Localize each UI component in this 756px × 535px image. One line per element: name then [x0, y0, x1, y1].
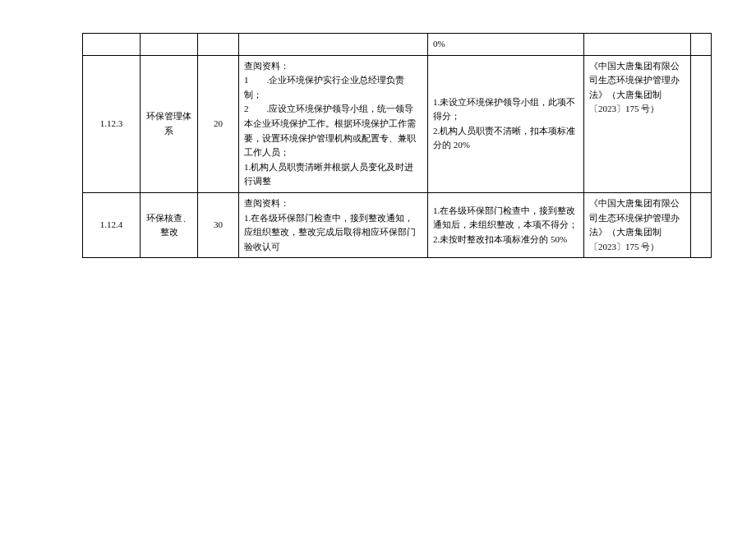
cell-ref [584, 34, 691, 56]
cell-name: 环保管理体系 [141, 55, 198, 192]
cell-criteria: 1.在各级环保部门检查中，接到整改通知后，未组织整改，本项不得分；2.未按时整改… [428, 192, 584, 257]
cell-last [691, 34, 712, 56]
cell-last [691, 55, 712, 192]
cell-score [198, 34, 239, 56]
cell-score: 20 [198, 55, 239, 192]
table-row: 1.12.3 环保管理体系 20 查阅资料：1 .企业环境保护实行企业总经理负责… [83, 55, 712, 192]
cell-id: 1.12.3 [83, 55, 141, 192]
assessment-table: 0% 1.12.3 环保管理体系 20 查阅资料：1 .企业环境保护实行企业总经… [82, 33, 712, 258]
cell-desc: 查阅资料：1 .企业环境保护实行企业总经理负责制；2 .应设立环境保护领导小组，… [239, 55, 428, 192]
cell-desc: 查阅资料：1.在各级环保部门检查中，接到整改通知，应组织整改，整改完成后取得相应… [239, 192, 428, 257]
cell-desc [239, 34, 428, 56]
cell-score: 30 [198, 192, 239, 257]
cell-ref: 《中国大唐集团有限公司生态环境保护管理办法》（大唐集团制〔2023〕175 号） [584, 55, 691, 192]
cell-id: 1.12.4 [83, 192, 141, 257]
table-row: 0% [83, 34, 712, 56]
cell-ref: 《中国大唐集团有限公司生态环境保护管理办法》（大唐集团制〔2023〕175 号） [584, 192, 691, 257]
table-row: 1.12.4 环保核查、整改 30 查阅资料：1.在各级环保部门检查中，接到整改… [83, 192, 712, 257]
cell-last [691, 192, 712, 257]
cell-name: 环保核查、整改 [141, 192, 198, 257]
cell-id [83, 34, 141, 56]
cell-name [141, 34, 198, 56]
cell-criteria: 1.未设立环境保护领导小组，此项不得分；2.机构人员职责不清晰，扣本项标准分的 … [428, 55, 584, 192]
cell-criteria: 0% [428, 34, 584, 56]
